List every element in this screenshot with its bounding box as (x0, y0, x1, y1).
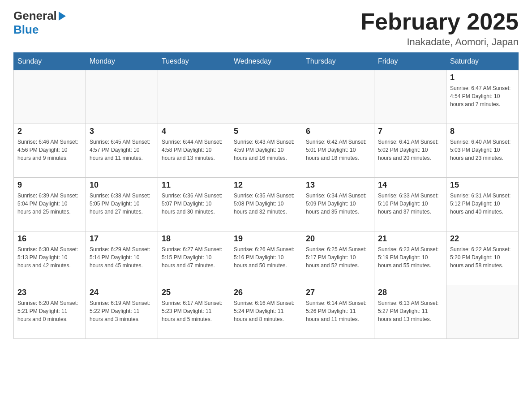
week-row-5: 23Sunrise: 6:20 AM Sunset: 5:21 PM Dayli… (14, 285, 519, 339)
week-row-3: 9Sunrise: 6:39 AM Sunset: 5:04 PM Daylig… (14, 178, 519, 231)
day-info: Sunrise: 6:27 AM Sunset: 5:15 PM Dayligh… (162, 245, 226, 270)
day-number: 17 (90, 234, 154, 244)
day-info: Sunrise: 6:20 AM Sunset: 5:21 PM Dayligh… (17, 299, 82, 323)
day-info: Sunrise: 6:19 AM Sunset: 5:22 PM Dayligh… (90, 299, 154, 323)
week-row-1: 1Sunrise: 6:47 AM Sunset: 4:54 PM Daylig… (14, 70, 519, 124)
day-number: 9 (17, 180, 82, 190)
weekday-header-row: SundayMondayTuesdayWednesdayThursdayFrid… (14, 53, 519, 70)
calendar-cell: 21Sunrise: 6:23 AM Sunset: 5:19 PM Dayli… (374, 231, 446, 285)
day-number: 16 (17, 234, 82, 244)
day-number: 19 (234, 234, 298, 244)
day-info: Sunrise: 6:17 AM Sunset: 5:23 PM Dayligh… (162, 299, 226, 323)
calendar-table: SundayMondayTuesdayWednesdayThursdayFrid… (13, 52, 519, 339)
calendar-cell: 4Sunrise: 6:44 AM Sunset: 4:58 PM Daylig… (158, 124, 230, 178)
calendar-cell: 2Sunrise: 6:46 AM Sunset: 4:56 PM Daylig… (14, 124, 86, 178)
day-number: 13 (306, 180, 370, 190)
calendar-cell: 28Sunrise: 6:13 AM Sunset: 5:27 PM Dayli… (374, 285, 446, 339)
calendar-cell: 20Sunrise: 6:25 AM Sunset: 5:17 PM Dayli… (302, 231, 374, 285)
weekday-header-wednesday: Wednesday (230, 53, 302, 70)
day-number: 24 (90, 288, 154, 297)
day-number: 12 (234, 180, 298, 190)
day-info: Sunrise: 6:30 AM Sunset: 5:13 PM Dayligh… (17, 245, 82, 270)
calendar-cell: 5Sunrise: 6:43 AM Sunset: 4:59 PM Daylig… (230, 124, 302, 178)
day-info: Sunrise: 6:16 AM Sunset: 5:24 PM Dayligh… (234, 299, 298, 323)
day-number: 28 (378, 288, 442, 297)
day-number: 14 (378, 180, 442, 190)
weekday-header-thursday: Thursday (302, 53, 374, 70)
title-section: February 2025 Inakadate, Aomori, Japan (360, 9, 519, 48)
calendar-cell: 25Sunrise: 6:17 AM Sunset: 5:23 PM Dayli… (158, 285, 230, 339)
day-number: 7 (378, 127, 442, 136)
day-number: 18 (162, 234, 226, 244)
logo: General Blue (13, 9, 66, 37)
day-info: Sunrise: 6:42 AM Sunset: 5:01 PM Dayligh… (306, 138, 370, 162)
calendar-cell: 3Sunrise: 6:45 AM Sunset: 4:57 PM Daylig… (86, 124, 158, 178)
day-info: Sunrise: 6:33 AM Sunset: 5:10 PM Dayligh… (378, 192, 442, 216)
day-number: 26 (234, 288, 298, 297)
weekday-header-monday: Monday (86, 53, 158, 70)
day-number: 2 (17, 127, 82, 136)
calendar-cell: 1Sunrise: 6:47 AM Sunset: 4:54 PM Daylig… (446, 70, 519, 124)
calendar-cell: 15Sunrise: 6:31 AM Sunset: 5:12 PM Dayli… (446, 178, 519, 231)
calendar-cell: 9Sunrise: 6:39 AM Sunset: 5:04 PM Daylig… (14, 178, 86, 231)
day-number: 23 (17, 288, 82, 297)
calendar-cell (86, 70, 158, 124)
day-info: Sunrise: 6:14 AM Sunset: 5:26 PM Dayligh… (306, 299, 370, 323)
day-info: Sunrise: 6:41 AM Sunset: 5:02 PM Dayligh… (378, 138, 442, 162)
day-info: Sunrise: 6:34 AM Sunset: 5:09 PM Dayligh… (306, 192, 370, 216)
day-number: 21 (378, 234, 442, 244)
day-number: 15 (450, 180, 515, 190)
calendar-cell: 23Sunrise: 6:20 AM Sunset: 5:21 PM Dayli… (14, 285, 86, 339)
week-row-4: 16Sunrise: 6:30 AM Sunset: 5:13 PM Dayli… (14, 231, 519, 285)
day-number: 8 (450, 127, 515, 136)
calendar-cell (158, 70, 230, 124)
calendar-cell: 24Sunrise: 6:19 AM Sunset: 5:22 PM Dayli… (86, 285, 158, 339)
day-info: Sunrise: 6:25 AM Sunset: 5:17 PM Dayligh… (306, 245, 370, 270)
calendar-cell (14, 70, 86, 124)
day-info: Sunrise: 6:31 AM Sunset: 5:12 PM Dayligh… (450, 192, 515, 216)
day-number: 22 (450, 234, 515, 244)
day-info: Sunrise: 6:47 AM Sunset: 4:54 PM Dayligh… (450, 84, 515, 108)
day-info: Sunrise: 6:39 AM Sunset: 5:04 PM Dayligh… (17, 192, 82, 216)
day-info: Sunrise: 6:23 AM Sunset: 5:19 PM Dayligh… (378, 245, 442, 270)
calendar-cell: 22Sunrise: 6:22 AM Sunset: 5:20 PM Dayli… (446, 231, 519, 285)
week-row-2: 2Sunrise: 6:46 AM Sunset: 4:56 PM Daylig… (14, 124, 519, 178)
calendar-cell: 19Sunrise: 6:26 AM Sunset: 5:16 PM Dayli… (230, 231, 302, 285)
weekday-header-tuesday: Tuesday (158, 53, 230, 70)
day-number: 20 (306, 234, 370, 244)
calendar-cell (374, 70, 446, 124)
logo-blue: Blue (13, 23, 39, 36)
day-info: Sunrise: 6:46 AM Sunset: 4:56 PM Dayligh… (17, 138, 82, 162)
day-info: Sunrise: 6:35 AM Sunset: 5:08 PM Dayligh… (234, 192, 298, 216)
day-info: Sunrise: 6:38 AM Sunset: 5:05 PM Dayligh… (90, 192, 154, 216)
calendar-cell: 26Sunrise: 6:16 AM Sunset: 5:24 PM Dayli… (230, 285, 302, 339)
day-number: 5 (234, 127, 298, 136)
day-number: 1 (450, 73, 515, 82)
page-header: General Blue February 2025 Inakadate, Ao… (13, 9, 519, 48)
day-info: Sunrise: 6:44 AM Sunset: 4:58 PM Dayligh… (162, 138, 226, 162)
calendar-cell: 18Sunrise: 6:27 AM Sunset: 5:15 PM Dayli… (158, 231, 230, 285)
day-number: 10 (90, 180, 154, 190)
calendar-cell (302, 70, 374, 124)
day-info: Sunrise: 6:43 AM Sunset: 4:59 PM Dayligh… (234, 138, 298, 162)
location: Inakadate, Aomori, Japan (360, 36, 519, 48)
calendar-cell: 8Sunrise: 6:40 AM Sunset: 5:03 PM Daylig… (446, 124, 519, 178)
day-info: Sunrise: 6:36 AM Sunset: 5:07 PM Dayligh… (162, 192, 226, 216)
weekday-header-saturday: Saturday (446, 53, 519, 70)
month-title: February 2025 (360, 9, 519, 34)
day-info: Sunrise: 6:40 AM Sunset: 5:03 PM Dayligh… (450, 138, 515, 162)
calendar-cell: 10Sunrise: 6:38 AM Sunset: 5:05 PM Dayli… (86, 178, 158, 231)
day-number: 3 (90, 127, 154, 136)
calendar-cell: 11Sunrise: 6:36 AM Sunset: 5:07 PM Dayli… (158, 178, 230, 231)
day-info: Sunrise: 6:13 AM Sunset: 5:27 PM Dayligh… (378, 299, 442, 323)
calendar-cell: 17Sunrise: 6:29 AM Sunset: 5:14 PM Dayli… (86, 231, 158, 285)
day-number: 27 (306, 288, 370, 297)
day-info: Sunrise: 6:45 AM Sunset: 4:57 PM Dayligh… (90, 138, 154, 162)
calendar-cell (230, 70, 302, 124)
calendar-cell: 16Sunrise: 6:30 AM Sunset: 5:13 PM Dayli… (14, 231, 86, 285)
weekday-header-friday: Friday (374, 53, 446, 70)
day-number: 11 (162, 180, 226, 190)
calendar-cell: 27Sunrise: 6:14 AM Sunset: 5:26 PM Dayli… (302, 285, 374, 339)
calendar-cell: 14Sunrise: 6:33 AM Sunset: 5:10 PM Dayli… (374, 178, 446, 231)
weekday-header-sunday: Sunday (14, 53, 86, 70)
